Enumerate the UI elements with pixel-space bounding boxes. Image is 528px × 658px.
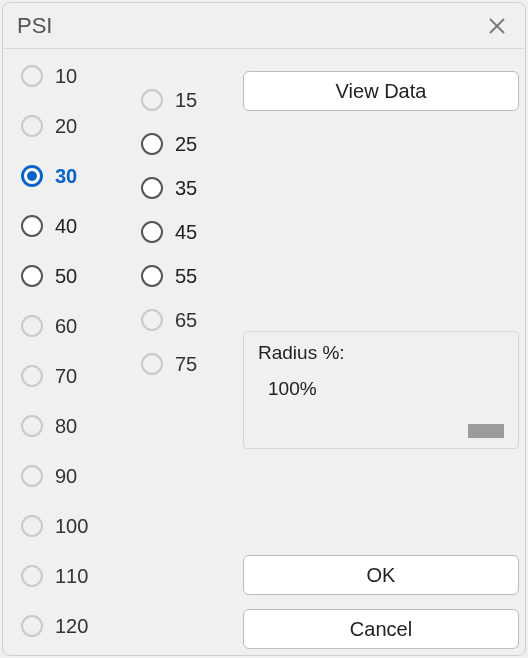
radio-circle-icon [21,415,43,437]
radio-label: 45 [175,221,197,244]
radio-label: 70 [55,365,77,388]
radio-45[interactable]: 45 [141,221,197,243]
radio-circle-icon [21,615,43,637]
close-icon [487,16,507,36]
radio-label: 40 [55,215,77,238]
radio-circle-icon [21,365,43,387]
radio-label: 50 [55,265,77,288]
close-button[interactable] [481,10,513,42]
radio-label: 15 [175,89,197,112]
psi-left-column: 102030405060708090100110120 [21,65,88,637]
view-data-label: View Data [336,80,427,103]
radio-label: 90 [55,465,77,488]
titlebar: PSI [3,3,525,49]
psi-right-column: 15253545556575 [141,89,197,375]
resize-grip[interactable] [468,424,504,438]
radio-label: 100 [55,515,88,538]
radio-50[interactable]: 50 [21,265,88,287]
ok-label: OK [367,564,396,587]
radio-70[interactable]: 70 [21,365,88,387]
radio-label: 55 [175,265,197,288]
radio-label: 75 [175,353,197,376]
radio-65[interactable]: 65 [141,309,197,331]
radio-circle-icon [141,353,163,375]
radio-40[interactable]: 40 [21,215,88,237]
radio-circle-icon [141,265,163,287]
radio-circle-icon [21,165,43,187]
psi-dialog: PSI 102030405060708090100110120 15253545… [2,2,526,656]
dialog-body: 102030405060708090100110120 152535455565… [3,49,525,655]
radio-circle-icon [141,89,163,111]
radius-label: Radius %: [258,342,504,364]
radio-label: 35 [175,177,197,200]
cancel-label: Cancel [350,618,412,641]
radio-label: 60 [55,315,77,338]
radio-circle-icon [21,215,43,237]
radio-label: 25 [175,133,197,156]
radio-circle-icon [21,565,43,587]
radio-label: 10 [55,65,77,88]
radio-25[interactable]: 25 [141,133,197,155]
radio-90[interactable]: 90 [21,465,88,487]
radio-30[interactable]: 30 [21,165,88,187]
view-data-button[interactable]: View Data [243,71,519,111]
radius-value: 100% [268,378,504,400]
radio-35[interactable]: 35 [141,177,197,199]
ok-button[interactable]: OK [243,555,519,595]
radio-55[interactable]: 55 [141,265,197,287]
radio-60[interactable]: 60 [21,315,88,337]
radio-10[interactable]: 10 [21,65,88,87]
radio-circle-icon [141,177,163,199]
radio-label: 65 [175,309,197,332]
radio-label: 80 [55,415,77,438]
radio-75[interactable]: 75 [141,353,197,375]
radio-label: 120 [55,615,88,638]
radio-label: 30 [55,165,77,188]
radio-label: 20 [55,115,77,138]
radio-circle-icon [21,515,43,537]
radio-circle-icon [21,65,43,87]
radius-panel: Radius %: 100% [243,331,519,449]
radio-circle-icon [141,221,163,243]
radio-circle-icon [21,465,43,487]
radio-circle-icon [21,115,43,137]
radio-circle-icon [21,265,43,287]
radio-circle-icon [141,309,163,331]
radio-20[interactable]: 20 [21,115,88,137]
cancel-button[interactable]: Cancel [243,609,519,649]
radio-100[interactable]: 100 [21,515,88,537]
radio-15[interactable]: 15 [141,89,197,111]
radio-circle-icon [141,133,163,155]
radio-110[interactable]: 110 [21,565,88,587]
radio-circle-icon [21,315,43,337]
dialog-title: PSI [17,13,52,39]
radio-80[interactable]: 80 [21,415,88,437]
radio-label: 110 [55,565,88,588]
radio-120[interactable]: 120 [21,615,88,637]
